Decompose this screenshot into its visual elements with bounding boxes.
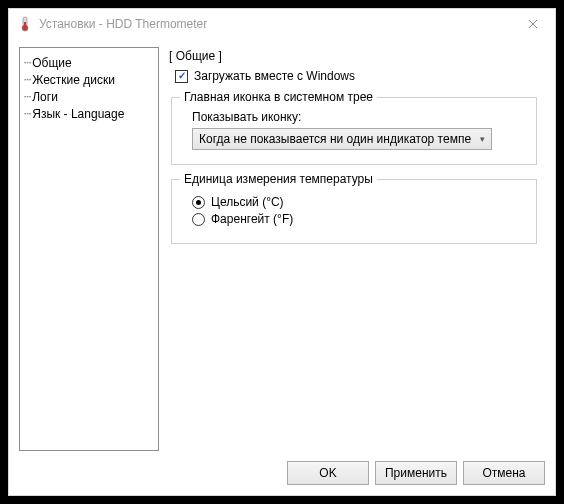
ok-button[interactable]: OK (287, 461, 369, 485)
startup-checkbox[interactable] (175, 70, 188, 83)
tree-branch-icon: ┄ (24, 90, 30, 104)
window-title: Установки - HDD Thermometer (39, 17, 513, 31)
svg-rect-2 (24, 22, 26, 28)
button-label: OK (319, 466, 336, 480)
nav-label: Логи (32, 90, 58, 104)
radio-fahrenheit[interactable]: Фаренгейт (°F) (192, 212, 526, 226)
radio-celsius[interactable]: Цельсий (°C) (192, 195, 526, 209)
temperature-unit-group: Единица измерения температуры Цельсий (°… (171, 179, 537, 244)
section-title: [ Общие ] (169, 49, 539, 63)
close-icon (528, 19, 538, 29)
nav-item-logs[interactable]: ┄ Логи (24, 89, 154, 105)
tree-branch-icon: ┄ (24, 56, 30, 70)
radio-label: Фаренгейт (°F) (211, 212, 293, 226)
button-label: Применить (385, 466, 447, 480)
nav-label: Язык - Language (32, 107, 124, 121)
nav-label: Жесткие диски (32, 73, 115, 87)
dialog-window: Установки - HDD Thermometer ┄ Общие ┄ Же… (8, 8, 556, 496)
startup-checkbox-row[interactable]: Загружать вместе с Windows (175, 69, 539, 83)
titlebar: Установки - HDD Thermometer (9, 9, 555, 39)
radio-label: Цельсий (°C) (211, 195, 284, 209)
main-panel: [ Общие ] Загружать вместе с Windows Гла… (159, 47, 545, 451)
chevron-down-icon: ▾ (473, 134, 491, 144)
apply-button[interactable]: Применить (375, 461, 457, 485)
button-label: Отмена (482, 466, 525, 480)
startup-checkbox-label: Загружать вместе с Windows (194, 69, 355, 83)
show-icon-dropdown[interactable]: Когда не показывается ни один индикатор … (192, 128, 492, 150)
nav-label: Общие (32, 56, 71, 70)
radio-button[interactable] (192, 196, 205, 209)
show-icon-label: Показывать иконку: (192, 110, 526, 124)
content-area: ┄ Общие ┄ Жесткие диски ┄ Логи ┄ Язык - … (19, 47, 545, 451)
nav-item-general[interactable]: ┄ Общие (24, 55, 154, 71)
cancel-button[interactable]: Отмена (463, 461, 545, 485)
nav-item-drives[interactable]: ┄ Жесткие диски (24, 72, 154, 88)
nav-item-language[interactable]: ┄ Язык - Language (24, 106, 154, 122)
tray-icon-group: Главная иконка в системном трее Показыва… (171, 97, 537, 165)
dropdown-value: Когда не показывается ни один индикатор … (193, 132, 473, 146)
unit-group-legend: Единица измерения температуры (180, 172, 377, 186)
close-button[interactable] (513, 10, 553, 38)
dialog-buttons: OK Применить Отмена (287, 461, 545, 485)
tree-branch-icon: ┄ (24, 73, 30, 87)
thermometer-icon (17, 16, 33, 32)
nav-tree: ┄ Общие ┄ Жесткие диски ┄ Логи ┄ Язык - … (19, 47, 159, 451)
tree-branch-icon: ┄ (24, 107, 30, 121)
tray-group-legend: Главная иконка в системном трее (180, 90, 377, 104)
radio-button[interactable] (192, 213, 205, 226)
